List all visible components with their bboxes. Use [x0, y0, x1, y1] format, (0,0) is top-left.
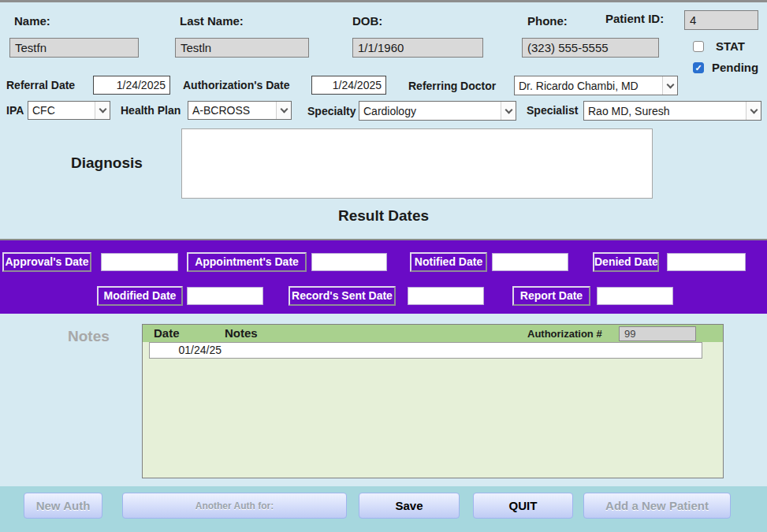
bottom-button-bar: New Auth Another Auth for: Save QUIT Add…	[0, 486, 767, 532]
specialist-label: Specialist	[527, 104, 578, 117]
last-name-label: Last Name:	[180, 14, 244, 28]
another-auth-button[interactable]: Another Auth for:	[122, 493, 347, 519]
specialty-dropdown[interactable]: Cardiology	[359, 101, 516, 121]
referral-date-input[interactable]	[93, 76, 170, 95]
specialty-label: Specialty	[307, 105, 356, 117]
chevron-down-icon[interactable]	[276, 102, 291, 119]
pending-label: Pending	[712, 61, 758, 74]
patient-id-field[interactable]	[684, 10, 758, 30]
ipa-value: CFC	[28, 104, 95, 117]
patient-id-label: Patient ID:	[605, 12, 664, 25]
approvals-date-input[interactable]	[101, 253, 178, 271]
result-dates-heading: Result Dates	[0, 207, 767, 225]
note-row-date-cell[interactable]: 01/24/25	[149, 342, 225, 359]
add-new-patient-button[interactable]: Add a New Patient	[583, 493, 731, 519]
health-plan-value: A-BCROSS	[188, 104, 276, 117]
referring-doctor-label: Referring Doctor	[408, 80, 496, 92]
dob-field[interactable]	[352, 38, 483, 58]
notes-panel: Date Notes Authorization # 01/24/25	[142, 324, 724, 478]
stat-checkbox[interactable]	[693, 41, 704, 52]
appointments-date-input[interactable]	[311, 253, 387, 271]
notes-section-label: Notes	[68, 328, 110, 345]
authorization-date-label: Authorization's Date	[183, 79, 290, 91]
approvals-date-label: Approval's Date	[2, 252, 91, 272]
ipa-dropdown[interactable]: CFC	[28, 101, 110, 120]
specialty-value: Cardiology	[359, 105, 501, 117]
quit-button[interactable]: QUIT	[473, 493, 573, 519]
notified-date-input[interactable]	[492, 253, 568, 271]
chevron-down-icon[interactable]	[501, 102, 516, 120]
new-auth-button[interactable]: New Auth	[24, 493, 102, 519]
window-top-border	[0, 0, 767, 2]
ipa-label: IPA	[6, 104, 24, 117]
chevron-down-icon[interactable]	[746, 102, 761, 120]
referring-doctor-value: Dr. Ricardo Chambi, MD	[515, 80, 662, 92]
specialist-dropdown[interactable]: Rao MD, Suresh	[583, 101, 761, 121]
notes-table-header: Date Notes Authorization #	[143, 325, 723, 342]
first-name-field[interactable]	[9, 38, 139, 58]
save-button[interactable]: Save	[359, 493, 460, 519]
modified-date-input[interactable]	[187, 287, 263, 305]
diagnosis-label: Diagnosis	[71, 154, 143, 172]
notes-notes-column-header: Notes	[225, 326, 258, 340]
appointments-date-label: Appointment's Date	[187, 252, 307, 272]
authorization-date-input[interactable]	[311, 76, 386, 95]
modified-date-label: Modified Date	[97, 286, 183, 306]
report-date-label: Report Date	[512, 286, 590, 306]
last-name-field[interactable]	[175, 38, 309, 58]
phone-field[interactable]	[522, 38, 659, 58]
name-label: Name:	[14, 14, 50, 28]
pending-checkbox[interactable]: ✓	[693, 62, 704, 73]
phone-label: Phone:	[527, 14, 568, 28]
denied-date-input[interactable]	[667, 253, 746, 271]
chevron-down-icon[interactable]	[662, 76, 677, 95]
stat-label: STAT	[716, 39, 745, 53]
chevron-down-icon[interactable]	[95, 102, 110, 119]
authorization-number-field[interactable]	[619, 326, 696, 341]
referral-date-label: Referral Date	[6, 79, 75, 91]
note-row-notes-cell[interactable]	[225, 342, 702, 359]
report-date-input[interactable]	[597, 287, 673, 305]
referral-authorization-window: Name: Last Name: DOB: Phone: Patient ID:…	[0, 0, 767, 532]
notes-date-column-header: Date	[154, 326, 180, 340]
authorization-number-label: Authorization #	[527, 328, 602, 340]
health-plan-dropdown[interactable]: A-BCROSS	[188, 101, 292, 120]
dob-label: DOB:	[352, 14, 382, 28]
health-plan-label: Health Plan	[121, 104, 181, 117]
records-sent-date-input[interactable]	[408, 287, 484, 305]
referring-doctor-dropdown[interactable]: Dr. Ricardo Chambi, MD	[514, 76, 678, 95]
result-dates-band: Approval's Date Appointment's Date Notif…	[0, 239, 767, 314]
denied-date-label: Denied Date	[593, 252, 659, 272]
notified-date-label: Notified Date	[410, 252, 487, 272]
diagnosis-textarea[interactable]	[181, 128, 653, 199]
specialist-value: Rao MD, Suresh	[584, 105, 746, 117]
records-sent-date-label: Record's Sent Date	[289, 286, 396, 306]
